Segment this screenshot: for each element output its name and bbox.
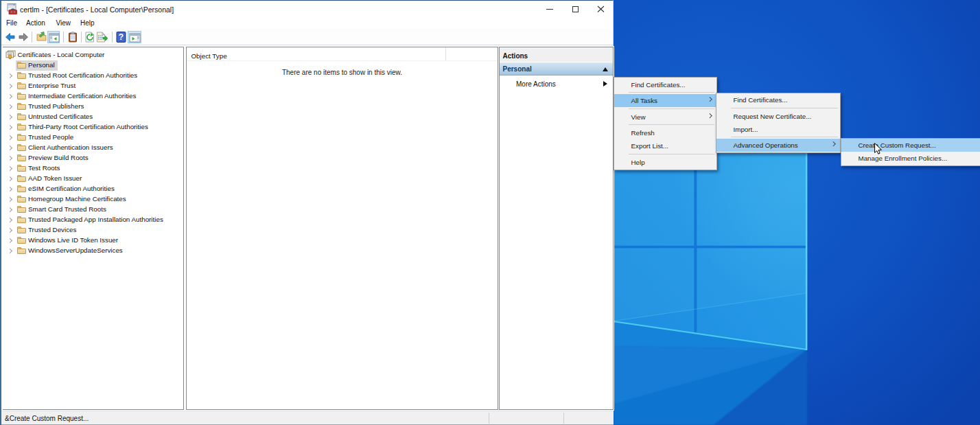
svg-text:?: ? (119, 32, 124, 42)
